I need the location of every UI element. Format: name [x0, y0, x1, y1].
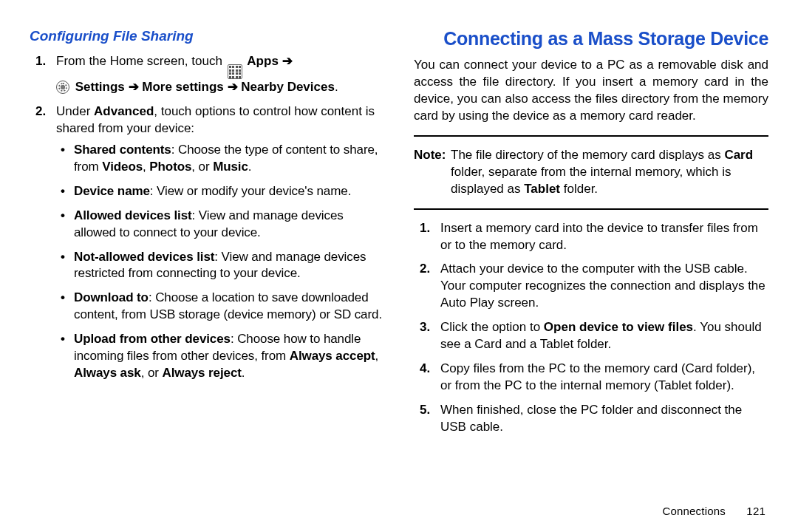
note-block: Note: The file directory of the memory c…	[414, 147, 768, 198]
intro-paragraph: You can connect your device to a PC as a…	[414, 57, 768, 125]
bullet-upload-from: Upload from other devices: Choose how to…	[61, 331, 384, 382]
bullet-bold: Allowed devices list	[74, 208, 192, 222]
step-marker: 1.	[420, 220, 430, 237]
step-marker: 2.	[35, 103, 46, 120]
arrow-icon: ➔	[282, 54, 293, 68]
right-step-5: 5. When finished, close the PC folder an…	[420, 402, 768, 436]
sep: , or	[191, 160, 213, 174]
gear-icon	[56, 81, 69, 94]
step-marker: 3.	[420, 319, 430, 336]
bullet-download-to: Download to: Choose a location to save d…	[61, 290, 384, 324]
bullet-bold: Download to	[74, 290, 149, 304]
left-steps: 1. From the Home screen, touch Apps ➔ Se…	[35, 53, 384, 382]
step1-lead: From the Home screen, touch	[56, 54, 222, 68]
settings-label: Settings	[75, 80, 125, 94]
tablet-label: Tablet	[524, 182, 560, 196]
end: .	[248, 160, 252, 174]
step-marker: 1.	[35, 53, 46, 70]
right-step-1: 1. Insert a memory card into the device …	[420, 220, 768, 254]
subheading-configuring: Configuring File Sharing	[30, 28, 384, 44]
apps-label: Apps	[247, 54, 279, 68]
left-step-1: 1. From the Home screen, touch Apps ➔ Se…	[35, 53, 384, 96]
advanced-label: Advanced	[94, 104, 154, 118]
bullet-text: : View or modify your device's name.	[150, 184, 351, 198]
music-label: Music	[213, 160, 248, 174]
sep: ,	[375, 349, 379, 363]
sep: ,	[143, 160, 149, 174]
step-text: When finished, close the PC folder and d…	[440, 403, 742, 434]
bullet-bold: Device name	[74, 184, 150, 198]
card-label: Card	[724, 148, 753, 162]
open-device-label: Open device to view files	[544, 320, 693, 334]
step-text: Click the option to	[440, 320, 544, 334]
always-ask: Always ask	[74, 366, 141, 380]
right-column: Connecting as a Mass Storage Device You …	[414, 28, 768, 443]
page-footer: Connections 121	[662, 505, 765, 517]
bullet-bold: Not-allowed devices list	[74, 250, 214, 264]
step-text: Insert a memory card into the device to …	[440, 221, 758, 252]
note-label: Note:	[414, 147, 446, 164]
right-step-2: 2. Attach your device to the computer wi…	[420, 261, 768, 312]
right-step-3: 3. Click the option to Open device to vi…	[420, 319, 768, 353]
arrow-icon: ➔	[129, 80, 139, 94]
videos-label: Videos	[102, 160, 143, 174]
bullet-not-allowed-devices: Not-allowed devices list: View and manag…	[61, 249, 384, 283]
page-columns: Configuring File Sharing 1. From the Hom…	[30, 28, 768, 443]
right-step-4: 4. Copy files from the PC to the memory …	[420, 361, 768, 395]
step-text: Copy files from the PC to the memory car…	[440, 361, 755, 392]
bullet-bold: Upload from other devices	[74, 332, 231, 346]
arrow-icon: ➔	[228, 80, 238, 94]
left-step-2: 2. Under Advanced, touch options to cont…	[35, 103, 384, 382]
divider	[414, 208, 768, 210]
more-settings-label: More settings	[142, 80, 224, 94]
nearby-devices-label: Nearby Devices	[241, 80, 335, 94]
bullet-allowed-devices: Allowed devices list: View and manage de…	[61, 208, 384, 242]
left-bullets: Shared contents: Choose the type of cont…	[61, 142, 384, 382]
bullet-device-name: Device name: View or modify your device'…	[61, 183, 384, 200]
page-number: 121	[746, 505, 765, 517]
step2-lead: Under	[56, 104, 94, 118]
period: .	[335, 80, 338, 94]
step-marker: 2.	[420, 261, 430, 278]
step-marker: 5.	[420, 402, 430, 419]
photos-label: Photos	[149, 160, 191, 174]
end: .	[242, 366, 245, 380]
bullet-shared-contents: Shared contents: Choose the type of cont…	[61, 142, 384, 176]
step-text: Attach your device to the computer with …	[440, 262, 765, 310]
heading-mass-storage: Connecting as a Mass Storage Device	[414, 28, 768, 50]
bullet-bold: Shared contents	[74, 143, 171, 157]
sep: , or	[141, 366, 163, 380]
step-marker: 4.	[420, 361, 430, 378]
section-label: Connections	[662, 505, 726, 517]
left-column: Configuring File Sharing 1. From the Hom…	[30, 28, 384, 443]
note-text: The file directory of the memory card di…	[451, 148, 724, 162]
note-text: folder.	[560, 182, 598, 196]
right-steps: 1. Insert a memory card into the device …	[420, 220, 768, 436]
divider	[414, 135, 768, 137]
always-reject: Always reject	[162, 366, 241, 380]
apps-grid-icon	[228, 64, 242, 79]
always-accept: Always accept	[290, 349, 375, 363]
